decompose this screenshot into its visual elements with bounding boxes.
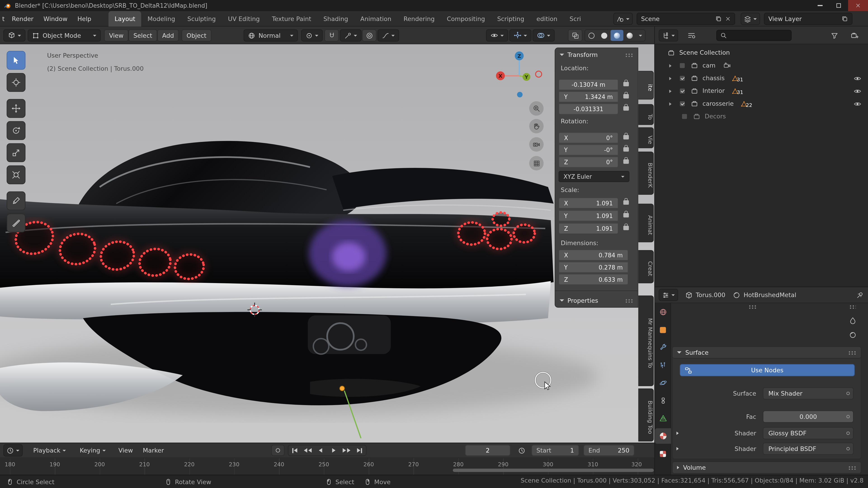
outliner-row-chassis[interactable]: chassis 31 bbox=[655, 72, 868, 85]
rotation-mode-dropdown[interactable]: XYZ Euler bbox=[559, 171, 629, 182]
shader1-dropdown[interactable]: Glossy BSDF bbox=[763, 427, 854, 440]
panel-grip-icon[interactable] bbox=[848, 350, 857, 354]
workspace-tab-compositing[interactable]: Compositing bbox=[441, 11, 491, 27]
transform-panel-header[interactable]: Transform bbox=[555, 48, 638, 61]
exclude-checkbox[interactable] bbox=[679, 101, 685, 107]
expand-icon[interactable] bbox=[669, 102, 672, 105]
copy-icon[interactable] bbox=[715, 15, 722, 22]
pivot-point-dropdown[interactable] bbox=[301, 29, 323, 41]
workspace-tab-texture-paint[interactable]: Texture Paint bbox=[266, 11, 317, 27]
camera-view-button[interactable] bbox=[529, 137, 544, 152]
outliner-row-carosserie[interactable]: carosserie 22 bbox=[655, 97, 868, 110]
expand-icon[interactable] bbox=[669, 90, 672, 93]
panel-grip-icon[interactable] bbox=[625, 298, 633, 302]
scale-z-field[interactable]: Z1.091 bbox=[559, 223, 618, 234]
outliner-display-mode-button[interactable] bbox=[684, 29, 699, 41]
select-menu[interactable]: Select bbox=[128, 29, 157, 41]
jump-to-start-button[interactable] bbox=[288, 445, 301, 455]
shading-rendered-button[interactable] bbox=[623, 30, 636, 41]
properties-tab-texture[interactable] bbox=[655, 446, 671, 462]
tool-rotate[interactable] bbox=[6, 121, 25, 140]
snap-toggle[interactable] bbox=[324, 29, 339, 41]
material-browse-button[interactable] bbox=[846, 329, 859, 341]
lock-icon[interactable] bbox=[623, 200, 629, 205]
side-tab-tool[interactable]: To bbox=[638, 104, 654, 125]
add-menu[interactable]: Add bbox=[157, 29, 179, 41]
surface-shader-dropdown[interactable]: Mix Shader bbox=[763, 387, 854, 399]
rotation-z-field[interactable]: Z0° bbox=[559, 157, 618, 168]
view-layer-field[interactable]: View Layer bbox=[764, 13, 852, 25]
location-y-field[interactable]: Y1.3424 m bbox=[559, 91, 618, 102]
keying-menu[interactable]: Keying bbox=[76, 445, 109, 457]
breadcrumb-object-name[interactable]: Torus.000 bbox=[696, 291, 725, 298]
location-x-field[interactable]: -0.13074 m bbox=[559, 79, 618, 90]
tool-transform[interactable] bbox=[6, 165, 25, 184]
properties-editor-type-button[interactable] bbox=[659, 289, 678, 301]
workspace-tab-shading[interactable]: Shading bbox=[317, 11, 354, 27]
properties-tab-particles[interactable] bbox=[655, 357, 671, 373]
panel-grip-icon[interactable] bbox=[625, 53, 633, 57]
shader2-dropdown[interactable]: Principled BSDF bbox=[763, 443, 854, 455]
preview-range-button[interactable] bbox=[515, 445, 528, 456]
editor-type-button[interactable] bbox=[3, 29, 26, 41]
mode-dropdown[interactable]: Object Mode bbox=[28, 29, 101, 41]
lock-icon[interactable] bbox=[623, 159, 629, 164]
exclude-checkbox[interactable] bbox=[682, 113, 688, 120]
exclude-checkbox[interactable] bbox=[679, 63, 685, 69]
outliner-row-interior[interactable]: Interior 31 bbox=[655, 85, 868, 97]
lock-icon[interactable] bbox=[623, 94, 629, 98]
view-menu-timeline[interactable]: View bbox=[115, 445, 136, 457]
proportional-falloff-dropdown[interactable] bbox=[377, 29, 399, 41]
expand-icon[interactable] bbox=[677, 447, 679, 451]
eye-icon[interactable] bbox=[854, 100, 861, 107]
side-tab-view[interactable]: Vie bbox=[638, 127, 654, 148]
material-liquid-button[interactable] bbox=[846, 314, 859, 326]
frame-start-field[interactable]: Start1 bbox=[531, 445, 579, 456]
properties-tab-object-data[interactable] bbox=[655, 411, 671, 426]
expand-icon[interactable] bbox=[669, 76, 672, 80]
menu-window[interactable]: Window bbox=[38, 11, 72, 27]
timeline-editor-type-button[interactable] bbox=[3, 445, 23, 457]
zoom-button[interactable] bbox=[529, 101, 544, 116]
marker-menu[interactable]: Marker bbox=[140, 445, 167, 457]
xray-toggle[interactable] bbox=[568, 29, 583, 41]
tool-measure[interactable] bbox=[6, 214, 25, 232]
eye-icon[interactable] bbox=[854, 74, 861, 82]
gizmos-dropdown[interactable] bbox=[509, 29, 531, 41]
lock-icon[interactable] bbox=[623, 82, 629, 86]
tool-select-tweak[interactable] bbox=[6, 51, 25, 70]
play-button[interactable] bbox=[327, 445, 340, 455]
properties-tab-constraints[interactable] bbox=[655, 393, 671, 409]
jump-to-end-button[interactable] bbox=[353, 445, 366, 455]
properties-panel-header[interactable]: Properties bbox=[555, 294, 638, 307]
fac-value-field[interactable]: 0.000 bbox=[763, 411, 854, 423]
object-visibility-dropdown[interactable] bbox=[486, 29, 508, 41]
minimize-button[interactable] bbox=[810, 0, 829, 11]
scale-y-field[interactable]: Y1.091 bbox=[559, 210, 618, 221]
proportional-edit-toggle[interactable] bbox=[362, 29, 377, 41]
workspace-tab-uv-editing[interactable]: UV Editing bbox=[222, 11, 266, 27]
side-tab-building-tools[interactable]: Building Too bbox=[638, 388, 654, 442]
overlays-dropdown[interactable] bbox=[532, 29, 555, 41]
expand-icon[interactable] bbox=[677, 431, 679, 435]
exclude-checkbox[interactable] bbox=[679, 88, 685, 94]
ortho-toggle-button[interactable] bbox=[529, 156, 544, 170]
properties-tab-physics[interactable] bbox=[655, 375, 671, 391]
copy-icon[interactable] bbox=[841, 15, 848, 22]
shading-solid-button[interactable] bbox=[598, 30, 611, 41]
tool-cursor[interactable] bbox=[6, 73, 25, 92]
menu-help[interactable]: Help bbox=[72, 11, 96, 27]
workspace-tab-scripting[interactable]: Scripting bbox=[491, 11, 530, 27]
scene-name-field[interactable]: Scene bbox=[637, 13, 735, 25]
workspace-tab-animation[interactable]: Animation bbox=[354, 11, 397, 27]
dimensions-z-field[interactable]: Z0.633 m bbox=[559, 274, 628, 285]
side-tab-create[interactable]: Creat bbox=[638, 250, 654, 283]
panel-grip-icon[interactable] bbox=[848, 466, 857, 469]
current-frame-field[interactable]: 2 bbox=[465, 445, 510, 456]
outliner-search-input[interactable] bbox=[716, 30, 792, 41]
workspace-tab-edition[interactable]: edition bbox=[530, 11, 563, 27]
lock-icon[interactable] bbox=[623, 226, 629, 230]
volume-panel-header[interactable]: Volume bbox=[672, 461, 862, 474]
expand-icon[interactable] bbox=[669, 64, 672, 67]
workspace-tab-layout[interactable]: Layout bbox=[108, 11, 141, 27]
